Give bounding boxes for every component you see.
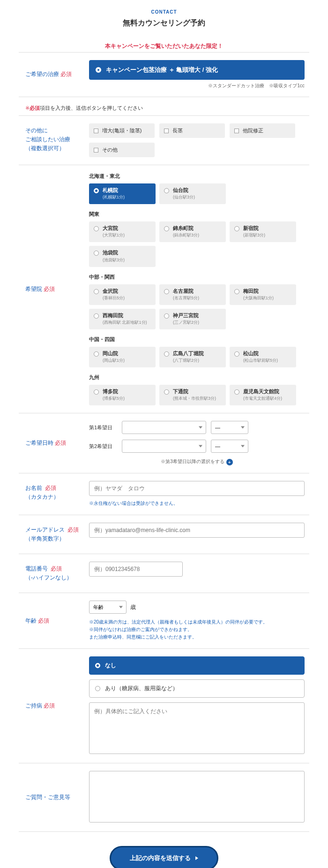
clinic-item[interactable]: 広島八丁堀院(八丁堀駅2分) xyxy=(159,347,226,367)
illness-none[interactable]: なし xyxy=(89,656,305,675)
row-question: ご質問・ご意見等 xyxy=(19,763,309,832)
radio-icon xyxy=(94,313,99,319)
radio-icon xyxy=(234,389,239,395)
checkbox-item[interactable]: 増大(亀頭・陰茎) xyxy=(89,123,155,138)
treatment-label: ご希望の治療 xyxy=(25,70,59,79)
clinic-item[interactable]: 仙台院(仙台駅3分) xyxy=(159,183,226,204)
plus-icon: + xyxy=(226,459,233,465)
campaign-note: 本キャンペーンをご覧いただいたあなた限定！ xyxy=(19,42,309,50)
radio-icon xyxy=(94,389,99,395)
radio-icon xyxy=(94,289,99,294)
page-title: 無料カウンセリング予約 xyxy=(19,18,309,28)
row-other-treatments: その他に ご相談したい治療 （複数選択可） 増大(亀頭・陰茎)長茎他院修正その他 xyxy=(19,116,309,165)
row-phone: 電話番号 必須 （-ハイフンなし） xyxy=(19,554,309,593)
row-name: お名前 必須 （カタカナ） ※永住権がない場合は受診ができません。 xyxy=(19,473,309,515)
row-age: 年齢 必須 年齢 歳 ※20歳未満の方は、法定代理人（親権者もしくは未成年後見人… xyxy=(19,593,309,649)
radio-icon xyxy=(164,389,169,395)
instruction-text: ※必須項目を入力後、送信ボタンを押してください xyxy=(25,105,309,112)
clinic-item[interactable]: 松山院(松山市駅前駅5分) xyxy=(230,347,296,367)
region-label: 九州 xyxy=(89,374,305,381)
date2-select[interactable] xyxy=(122,440,206,453)
illness-yes[interactable]: あり（糖尿病、服用薬など） xyxy=(89,679,305,698)
clinic-item[interactable]: 西梅田院(西梅田駅 北新地駅1分) xyxy=(89,309,156,329)
row-clinic: 希望院 必須 北海道・東北札幌院(札幌駅1分)仙台院(仙台駅3分)関東大宮院(大… xyxy=(19,165,309,413)
date1-label: 第1希望日 xyxy=(89,424,117,431)
question-textarea[interactable] xyxy=(89,771,305,822)
clinic-item[interactable]: 錦糸町院(錦糸町駅3分) xyxy=(159,221,226,242)
region-label: 中国・四国 xyxy=(89,336,305,343)
radio-icon xyxy=(164,351,169,357)
checkbox-icon xyxy=(94,148,98,152)
clinic-item[interactable]: 鹿児島天文館院(市電天文館通駅4分) xyxy=(230,385,296,405)
region-label: 関東 xyxy=(89,211,305,218)
submit-button[interactable]: 上記の内容を送信する xyxy=(110,846,218,868)
radio-icon xyxy=(94,188,99,193)
radio-icon xyxy=(164,188,169,193)
radio-icon xyxy=(94,226,99,231)
radio-icon xyxy=(164,313,169,319)
required-badge: 必須 xyxy=(60,70,72,79)
email-input[interactable] xyxy=(89,523,305,538)
header-contact-label: CONTACT xyxy=(19,9,309,15)
clinic-item[interactable]: 名古屋院(名古屋駅5分) xyxy=(159,284,226,305)
phone-input[interactable] xyxy=(89,562,183,577)
radio-icon xyxy=(234,226,239,231)
arrow-right-icon xyxy=(195,856,198,860)
radio-icon xyxy=(234,351,239,357)
age-unit: 歳 xyxy=(130,603,136,611)
clinic-item[interactable]: 梅田院(大阪梅田駅1分) xyxy=(230,284,296,305)
radio-icon xyxy=(164,289,169,294)
row-email: メールアドレス 必須 （半角英数字） xyxy=(19,515,309,554)
clinic-item[interactable]: 金沢院(香林坊5分) xyxy=(89,284,156,305)
clinic-item[interactable]: 池袋院(池袋駅3分) xyxy=(89,246,156,266)
clinic-item[interactable]: 新宿院(新宿駅3分) xyxy=(230,221,296,242)
row-treatment: ご希望の治療 必須 キャンペーン包茎治療 ＋ 亀頭増大 / 強化 ※スタンダード… xyxy=(19,53,309,97)
treatment-selected[interactable]: キャンペーン包茎治療 ＋ 亀頭増大 / 強化 xyxy=(89,60,305,80)
clinic-item[interactable]: 神戸三宮院(三ノ宮駅2分) xyxy=(159,309,226,329)
clinic-item[interactable]: 大宮院(大宮駅1分) xyxy=(89,221,156,242)
name-input[interactable] xyxy=(89,481,305,496)
page-header: CONTACT 無料カウンセリング予約 xyxy=(19,9,309,28)
checkbox-item[interactable]: その他 xyxy=(89,143,155,157)
radio-icon xyxy=(94,251,99,256)
radio-icon xyxy=(95,686,100,691)
checkbox-item[interactable]: 長茎 xyxy=(159,123,225,138)
name-note: ※永住権がない場合は受診ができません。 xyxy=(89,500,305,507)
date1-select[interactable] xyxy=(122,421,206,434)
treatment-fineprint: ※スタンダードカット治療 ※吸収タイプ1cc xyxy=(89,83,305,89)
radio-icon xyxy=(94,351,99,357)
region-label: 中部・関西 xyxy=(89,274,305,281)
checkbox-item[interactable]: 他院修正 xyxy=(230,123,295,138)
clinic-item[interactable]: 博多院(博多駅5分) xyxy=(89,385,156,405)
row-dates: ご希望日時 必須 第1希望日 — 第2希望日 — ※第3希望日以降の選択をする+ xyxy=(19,413,309,473)
radio-icon xyxy=(164,226,169,231)
radio-icon xyxy=(95,663,100,668)
clinic-item[interactable]: 下通院(熊本城・市役所駅3分) xyxy=(159,385,226,405)
checkbox-icon xyxy=(94,129,98,133)
time1-select[interactable]: — xyxy=(211,421,248,434)
checkbox-icon xyxy=(164,129,169,133)
radio-icon xyxy=(234,289,239,294)
date2-label: 第2希望日 xyxy=(89,443,117,450)
region-label: 北海道・東北 xyxy=(89,173,305,180)
radio-icon xyxy=(96,67,101,73)
add-date-note[interactable]: ※第3希望日以降の選択をする+ xyxy=(89,458,305,465)
age-select[interactable]: 年齢 xyxy=(89,601,127,614)
illness-textarea[interactable] xyxy=(89,702,305,754)
clinic-item[interactable]: 岡山院(岡山駅1分) xyxy=(89,347,156,367)
clinic-item[interactable]: 札幌院(札幌駅1分) xyxy=(89,183,156,204)
checkbox-icon xyxy=(234,129,239,133)
time2-select[interactable]: — xyxy=(211,440,248,453)
row-illness: ご持病 必須 なし あり（糖尿病、服用薬など） xyxy=(19,649,309,763)
